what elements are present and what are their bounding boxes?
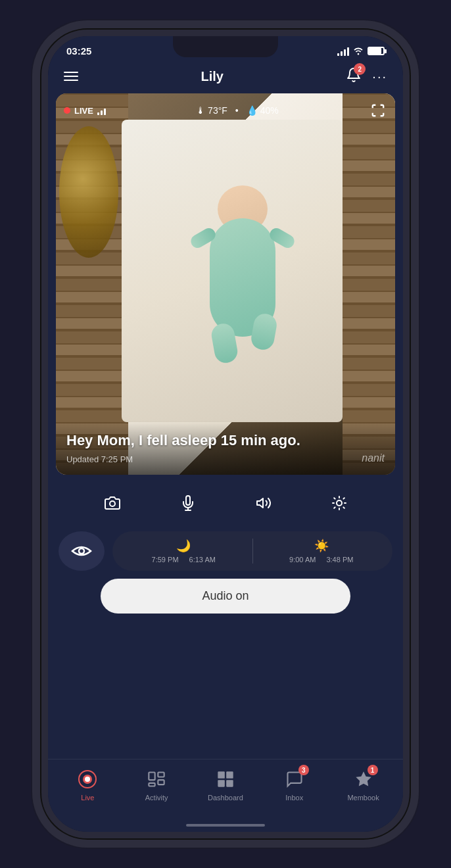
header: Lily 2 ··· bbox=[48, 62, 403, 93]
speaker-button[interactable] bbox=[247, 487, 280, 519]
svg-point-0 bbox=[110, 501, 115, 506]
svg-line-7 bbox=[334, 498, 335, 498]
header-right: 2 ··· bbox=[346, 67, 387, 85]
membook-badge: 1 bbox=[368, 765, 378, 775]
status-right bbox=[337, 47, 385, 56]
status-time: 03:25 bbox=[66, 45, 91, 57]
updated-time: Updated 7:25 PM bbox=[66, 454, 385, 464]
svg-rect-23 bbox=[218, 780, 225, 787]
light-button[interactable] bbox=[323, 487, 356, 519]
nav-item-inbox[interactable]: 3 Inbox bbox=[272, 767, 318, 802]
eye-icon bbox=[70, 544, 93, 558]
audio-on-section: Audio on bbox=[48, 579, 403, 614]
sleep-message: Hey Mom, I fell asleep 15 min ago. bbox=[66, 431, 385, 450]
controls bbox=[48, 475, 403, 531]
video-bg: LIVE 🌡 73°F • bbox=[56, 93, 395, 475]
svg-point-16 bbox=[85, 777, 90, 782]
eye-button[interactable] bbox=[59, 531, 105, 571]
page-title: Lily bbox=[201, 69, 223, 84]
video-top-bar: LIVE 🌡 73°F • bbox=[64, 101, 387, 120]
separator: • bbox=[235, 105, 239, 116]
svg-line-12 bbox=[343, 498, 344, 498]
signal-icon bbox=[337, 47, 349, 56]
battery-icon bbox=[368, 47, 385, 55]
timeline-night: 🌙 7:59 PM 6:13 AM bbox=[115, 539, 253, 564]
live-label: LIVE bbox=[74, 106, 93, 116]
screen: 03:25 bbox=[48, 36, 403, 832]
humidity-value: 40% bbox=[260, 105, 279, 116]
hamburger-button[interactable] bbox=[64, 72, 78, 81]
mic-button[interactable] bbox=[172, 487, 204, 519]
nav-icon-wrap-membook: 1 bbox=[352, 767, 375, 791]
nav-item-live[interactable]: Live bbox=[64, 767, 110, 802]
video-bottom-overlay: Hey Mom, I fell asleep 15 min ago. Updat… bbox=[56, 421, 395, 475]
speaker-icon bbox=[256, 495, 272, 511]
camera-button[interactable] bbox=[96, 487, 129, 519]
dashboard-nav-icon bbox=[216, 770, 235, 788]
nav-icon-wrap-inbox: 3 bbox=[283, 767, 306, 791]
home-indicator bbox=[186, 824, 265, 827]
nav-item-membook[interactable]: 1 Membook bbox=[341, 767, 387, 802]
svg-marker-3 bbox=[257, 498, 263, 508]
audio-on-button[interactable]: Audio on bbox=[101, 579, 350, 614]
svg-rect-18 bbox=[158, 773, 164, 777]
nav-label-membook: Membook bbox=[347, 794, 379, 802]
activity-nav-icon bbox=[147, 770, 166, 788]
day-start-time: 9:00 AM bbox=[289, 556, 316, 564]
nav-label-inbox: Inbox bbox=[285, 794, 303, 802]
live-nav-icon bbox=[78, 769, 97, 789]
svg-rect-21 bbox=[218, 771, 225, 779]
phone-frame: 03:25 bbox=[0, 0, 451, 868]
wifi-icon bbox=[353, 47, 364, 55]
live-dot bbox=[64, 107, 70, 114]
video-signal-icon bbox=[97, 106, 106, 115]
inbox-badge: 3 bbox=[298, 765, 309, 775]
mic-icon bbox=[180, 495, 196, 511]
svg-rect-20 bbox=[149, 783, 155, 786]
humidity-info: 💧 40% bbox=[247, 105, 279, 116]
camera-icon bbox=[105, 495, 120, 511]
nanit-watermark: nanit bbox=[362, 452, 385, 464]
notch bbox=[173, 36, 278, 57]
moon-icon: 🌙 bbox=[176, 539, 191, 553]
thermometer-icon: 🌡 bbox=[196, 105, 205, 116]
svg-point-13 bbox=[79, 548, 84, 554]
drop-icon: 💧 bbox=[247, 105, 258, 116]
bottom-nav: Live Activity bbox=[48, 759, 403, 821]
nav-icon-wrap-dashboard bbox=[214, 767, 237, 791]
nav-icon-wrap-activity bbox=[145, 767, 168, 791]
svg-rect-22 bbox=[226, 771, 233, 779]
svg-line-8 bbox=[343, 507, 344, 508]
night-start-time: 7:59 PM bbox=[152, 556, 179, 564]
more-button[interactable]: ··· bbox=[372, 69, 387, 84]
baby bbox=[190, 179, 295, 363]
timeline-section: 🌙 7:59 PM 6:13 AM ☀️ 9:00 AM 3:48 PM bbox=[48, 531, 403, 571]
nav-label-live: Live bbox=[81, 794, 94, 802]
weather-info: 🌡 73°F • 💧 40% bbox=[196, 105, 279, 116]
svg-point-4 bbox=[337, 500, 342, 506]
temperature-value: 73°F bbox=[208, 105, 227, 116]
bell-button[interactable]: 2 bbox=[346, 67, 362, 85]
svg-line-11 bbox=[334, 507, 335, 508]
fullscreen-button[interactable] bbox=[369, 101, 387, 120]
nav-item-activity[interactable]: Activity bbox=[133, 767, 179, 802]
timeline-bar[interactable]: 🌙 7:59 PM 6:13 AM ☀️ 9:00 AM 3:48 PM bbox=[112, 531, 392, 571]
timeline-day: ☀️ 9:00 AM 3:48 PM bbox=[253, 539, 391, 564]
light-icon bbox=[331, 495, 347, 511]
nav-label-activity: Activity bbox=[145, 794, 168, 802]
svg-rect-19 bbox=[158, 780, 164, 784]
bell-badge: 2 bbox=[354, 63, 366, 75]
svg-rect-17 bbox=[149, 773, 155, 781]
crib-area bbox=[56, 93, 395, 475]
day-end-time: 3:48 PM bbox=[326, 556, 353, 564]
phone-body: 03:25 bbox=[41, 30, 410, 838]
nav-icon-wrap-live bbox=[76, 767, 99, 791]
fullscreen-icon bbox=[371, 103, 385, 118]
crib-right-wall bbox=[343, 93, 395, 475]
temperature-info: 🌡 73°F bbox=[196, 105, 227, 116]
nav-item-dashboard[interactable]: Dashboard bbox=[202, 767, 249, 802]
svg-rect-24 bbox=[226, 780, 233, 787]
sun-icon: ☀️ bbox=[314, 539, 329, 553]
nav-label-dashboard: Dashboard bbox=[208, 794, 243, 802]
live-indicator: LIVE bbox=[64, 106, 106, 116]
